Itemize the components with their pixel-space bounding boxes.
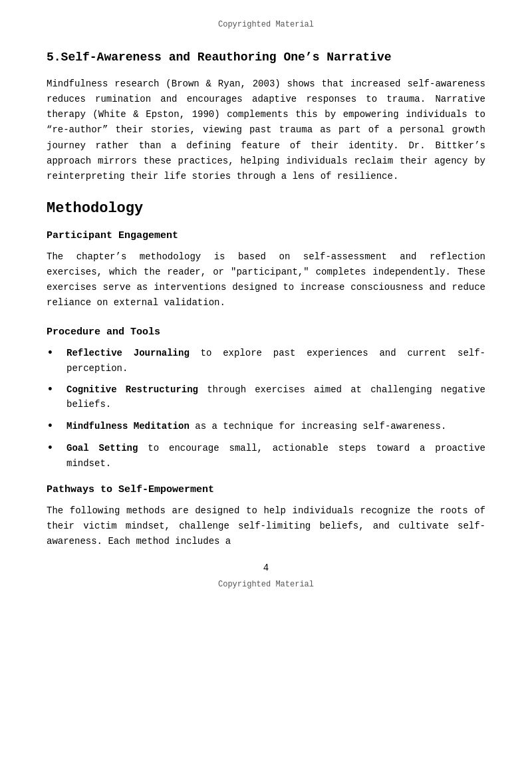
list-item-bold: Reflective Journaling: [66, 348, 190, 358]
section5-body: Mindfulness research (Brown & Ryan, 2003…: [47, 76, 485, 184]
list-item-bold: Goal Setting: [66, 443, 138, 453]
list-item: • Goal Setting to encourage small, actio…: [47, 441, 485, 471]
bullet-icon: •: [47, 441, 60, 456]
page-number: 4: [47, 563, 485, 573]
section5-title: 5.Self-Awareness and Reauthoring One’s N…: [47, 49, 485, 66]
participant-engagement-title: Participant Engagement: [47, 230, 485, 241]
bullet-icon: •: [47, 346, 60, 361]
footer-watermark: Copyrighted Material: [47, 580, 485, 589]
procedure-tools-list: • Reflective Journaling to explore past …: [47, 346, 485, 471]
list-item-bold: Cognitive Restructuring: [66, 384, 198, 395]
participant-engagement-body: The chapter’s methodology is based on se…: [47, 249, 485, 311]
pathways-title: Pathways to Self-Empowerment: [47, 484, 485, 495]
list-item-text: as a technique for increasing self-aware…: [190, 421, 446, 432]
procedure-tools-title: Procedure and Tools: [47, 326, 485, 338]
bullet-icon: •: [47, 419, 60, 434]
page: Copyrighted Material 5.Self-Awareness an…: [0, 0, 532, 760]
list-item-content: Reflective Journaling to explore past ex…: [66, 346, 485, 376]
bullet-icon: •: [47, 382, 60, 398]
header-watermark: Copyrighted Material: [47, 20, 485, 29]
list-item-content: Mindfulness Meditation as a technique fo…: [66, 419, 485, 434]
list-item: • Mindfulness Meditation as a technique …: [47, 419, 485, 434]
pathways-body: The following methods are designed to he…: [47, 503, 485, 549]
list-item-content: Goal Setting to encourage small, actiona…: [66, 441, 485, 471]
list-item: • Reflective Journaling to explore past …: [47, 346, 485, 376]
methodology-title: Methodology: [47, 200, 485, 217]
list-item: • Cognitive Restructuring through exerci…: [47, 382, 485, 412]
list-item-bold: Mindfulness Meditation: [66, 421, 190, 432]
list-item-content: Cognitive Restructuring through exercise…: [66, 382, 485, 412]
